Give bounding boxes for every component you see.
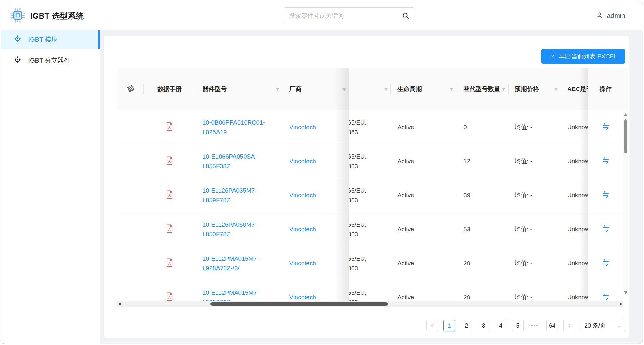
- horizontal-scrollbar-thumb[interactable]: [210, 302, 388, 306]
- part-number-link[interactable]: 10-E1126PA050M7-L850F78Z: [202, 220, 277, 239]
- pdf-icon[interactable]: [165, 292, 174, 302]
- sidebar-item-label: IGBT 分立器件: [28, 56, 70, 65]
- swap-compare-icon[interactable]: [601, 156, 610, 166]
- search-input[interactable]: [284, 12, 402, 19]
- manufacturer-link[interactable]: Vincotech: [289, 260, 316, 267]
- user-menu[interactable]: admin: [595, 1, 625, 30]
- download-icon: [549, 53, 555, 61]
- export-excel-button[interactable]: 导出当前列表 EXCEL: [541, 49, 625, 64]
- alt-count-value: 12: [463, 158, 470, 165]
- table-header-row: 数据手册 器件型号 厂商: [117, 68, 628, 110]
- app-window: IGBT 选型系统 admin: [1, 1, 643, 344]
- lifecycle-value: Active: [397, 158, 414, 165]
- aec-value-clipped: Unknown: [567, 124, 588, 131]
- filter-icon[interactable]: [501, 87, 506, 92]
- pdf-icon[interactable]: [165, 190, 174, 201]
- alt-count-value: 29: [463, 294, 470, 301]
- page-size-value: 20 条/页: [584, 322, 606, 330]
- pagination-page-64[interactable]: 64: [546, 320, 558, 331]
- pagination-next-button[interactable]: [563, 320, 575, 331]
- chevron-down-icon: [617, 323, 621, 328]
- rohs-value-clipped: 65/EU,863: [349, 186, 366, 205]
- part-number-link[interactable]: 10-0B06PPA010RC01-L025A19: [202, 118, 277, 137]
- pagination-page-5[interactable]: 5: [512, 320, 524, 331]
- sidebar-item-igbt-module[interactable]: IGBT 模块: [1, 30, 100, 49]
- rohs-value-clipped: 65/EU,863: [349, 220, 366, 239]
- lifecycle-value: Active: [397, 260, 414, 267]
- aec-value-clipped: Unknown: [567, 226, 588, 233]
- swap-compare-icon[interactable]: [601, 224, 610, 234]
- table-row: 10-E112PMA015M7-L928A78Z Vincotech 65/EU…: [117, 280, 623, 301]
- part-number-link[interactable]: 10-E112PMA015M7-L928A78Z: [202, 288, 277, 301]
- pagination-page-2[interactable]: 2: [461, 320, 472, 331]
- app-brand: IGBT 选型系统: [10, 8, 84, 24]
- pdf-icon[interactable]: [165, 122, 174, 133]
- filter-icon[interactable]: [342, 87, 347, 92]
- chip-logo-icon: [10, 8, 26, 24]
- column-header-alt-count: 替代型号数量: [456, 68, 509, 110]
- pdf-icon[interactable]: [165, 156, 174, 167]
- sidebar: IGBT 模块 IGBT 分立器件: [1, 30, 100, 344]
- swap-compare-icon[interactable]: [601, 292, 610, 302]
- column-header-settings: [117, 68, 144, 110]
- rohs-value-clipped: 65/EU,863: [349, 118, 366, 137]
- aec-value-clipped: Unknown: [567, 158, 588, 165]
- column-header-actions: 操作: [588, 68, 623, 110]
- part-number-link[interactable]: 10-E1126PA035M7-L859F78Z: [202, 186, 277, 205]
- pagination: 1 2 3 4 5 ••• 64 20 条/页: [426, 320, 625, 331]
- search-box: [284, 7, 414, 24]
- swap-compare-icon[interactable]: [601, 190, 610, 200]
- vertical-scrollbar[interactable]: [623, 111, 628, 296]
- manufacturer-link[interactable]: Vincotech: [289, 124, 316, 131]
- aec-value-clipped: Unknown: [567, 294, 588, 301]
- part-number-link[interactable]: 10-E1066PA050SA-L855F38Z: [202, 152, 277, 171]
- manufacturer-link[interactable]: Vincotech: [289, 192, 316, 199]
- pdf-icon[interactable]: [165, 258, 174, 269]
- column-header-datasheet: 数据手册: [144, 68, 195, 110]
- table-row: 10-0B06PPA010RC01-L025A19 Vincotech 65/E…: [117, 110, 623, 144]
- price-value: 均值: -: [515, 191, 532, 199]
- lifecycle-value: Active: [397, 226, 414, 233]
- scroll-down-arrow-icon[interactable]: [624, 291, 627, 294]
- sidebar-item-igbt-discrete[interactable]: IGBT 分立器件: [1, 51, 100, 70]
- swap-compare-icon[interactable]: [601, 122, 610, 132]
- swap-compare-icon[interactable]: [601, 258, 610, 268]
- pagination-page-4[interactable]: 4: [495, 320, 506, 331]
- filter-icon[interactable]: [449, 87, 454, 92]
- filter-icon[interactable]: [275, 87, 280, 92]
- price-value: 均值: -: [515, 123, 532, 131]
- aim-icon: [14, 56, 21, 65]
- vertical-scrollbar-thumb[interactable]: [624, 119, 627, 153]
- lifecycle-value: Active: [397, 192, 414, 199]
- table-body: 10-0B06PPA010RC01-L025A19 Vincotech 65/E…: [117, 110, 623, 301]
- horizontal-scrollbar[interactable]: [117, 301, 623, 307]
- alt-count-value: 29: [463, 260, 470, 267]
- alt-count-value: 53: [463, 226, 470, 233]
- sidebar-item-label: IGBT 模块: [28, 35, 58, 44]
- app-header: IGBT 选型系统 admin: [1, 1, 643, 30]
- pdf-icon[interactable]: [165, 224, 174, 235]
- filter-icon[interactable]: [554, 87, 559, 92]
- aec-value-clipped: Unknown: [567, 260, 588, 267]
- scroll-right-arrow-icon[interactable]: [620, 302, 622, 306]
- pagination-page-1[interactable]: 1: [443, 320, 455, 331]
- lifecycle-value: Active: [397, 124, 414, 131]
- table-row: 10-E1126PA035M7-L859F78Z Vincotech 65/EU…: [117, 178, 623, 212]
- table-row: 10-E1126PA050M7-L850F78Z Vincotech 65/EU…: [117, 212, 623, 246]
- scroll-up-arrow-icon[interactable]: [624, 113, 627, 116]
- manufacturer-link[interactable]: Vincotech: [289, 294, 316, 301]
- page-size-select[interactable]: 20 条/页: [581, 320, 625, 331]
- gear-icon[interactable]: [126, 84, 135, 94]
- part-number-link[interactable]: 10-E112PMA015M7-L928A78Z-/3/: [202, 254, 277, 273]
- table-row: 10-E112PMA015M7-L928A78Z-/3/ Vincotech 6…: [117, 246, 623, 280]
- search-icon[interactable]: [402, 12, 409, 19]
- scroll-left-arrow-icon[interactable]: [119, 302, 121, 306]
- pagination-page-3[interactable]: 3: [478, 320, 489, 331]
- parts-table: 数据手册 器件型号 厂商: [117, 68, 628, 301]
- pagination-prev-button[interactable]: [426, 320, 438, 331]
- manufacturer-link[interactable]: Vincotech: [289, 158, 316, 165]
- manufacturer-link[interactable]: Vincotech: [289, 226, 316, 233]
- column-header-aec: AEC是否认证: [561, 68, 588, 110]
- filter-icon[interactable]: [383, 87, 388, 92]
- pagination-ellipsis[interactable]: •••: [529, 320, 541, 331]
